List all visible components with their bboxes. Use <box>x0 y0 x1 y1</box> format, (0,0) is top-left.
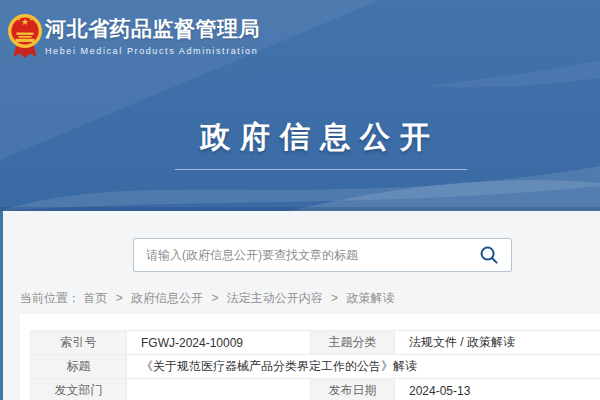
banner-divider <box>175 169 467 170</box>
search-box <box>133 238 512 272</box>
breadcrumb-separator: > <box>331 291 338 305</box>
table-row: 标题 《关于规范医疗器械产品分类界定工作的公告》解读 <box>31 355 600 379</box>
org-identity: 河北省药品监督管理局 Hebei Medical Products Admini… <box>45 16 260 56</box>
breadcrumb-link-statutory-disclosure[interactable]: 法定主动公开内容 <box>227 291 323 305</box>
subject-category-value: 法规文件 / 政策解读 <box>395 331 600 355</box>
document-title-value: 《关于规范医疗器械产品分类界定工作的公告》解读 <box>127 355 600 379</box>
breadcrumb-link-home[interactable]: 首页 <box>83 291 107 305</box>
publish-date-value: 2024-05-13 <box>395 379 600 400</box>
issuing-department-value <box>127 379 311 400</box>
document-detail-table: 索引号 FGWJ-2024-10009 主题分类 法规文件 / 政策解读 标题 … <box>30 330 600 400</box>
issuing-department-label: 发文部门 <box>31 379 127 400</box>
breadcrumb-separator: > <box>211 291 218 305</box>
breadcrumb: 当前位置： 首页 > 政府信息公开 > 法定主动公开内容 > 政策解读 <box>20 290 394 307</box>
left-edge-strip <box>0 211 3 400</box>
breadcrumb-separator: > <box>116 291 123 305</box>
document-title-label: 标题 <box>31 355 127 379</box>
national-emblem-logo[interactable] <box>7 11 43 59</box>
subject-category-label: 主题分类 <box>311 331 395 355</box>
index-number-label: 索引号 <box>31 331 127 355</box>
banner-bottom-edge <box>0 207 600 211</box>
table-row: 索引号 FGWJ-2024-10009 主题分类 法规文件 / 政策解读 <box>31 331 600 355</box>
index-number-value: FGWJ-2024-10009 <box>127 331 311 355</box>
search-icon <box>479 245 499 265</box>
breadcrumb-link-policy-interpretation[interactable]: 政策解读 <box>346 291 394 305</box>
search-input[interactable] <box>134 248 479 262</box>
org-name-zh: 河北省药品监督管理局 <box>45 16 260 42</box>
breadcrumb-label: 当前位置： <box>20 291 80 305</box>
search-button[interactable] <box>479 245 511 265</box>
site-banner: 河北省药品监督管理局 Hebei Medical Products Admini… <box>0 0 600 211</box>
org-name-en: Hebei Medical Products Administration <box>45 46 260 56</box>
page-title: 政府信息公开 <box>40 117 600 158</box>
breadcrumb-link-gov-info[interactable]: 政府信息公开 <box>131 291 203 305</box>
publish-date-label: 发布日期 <box>311 379 395 400</box>
table-row: 发文部门 发布日期 2024-05-13 <box>31 379 600 400</box>
